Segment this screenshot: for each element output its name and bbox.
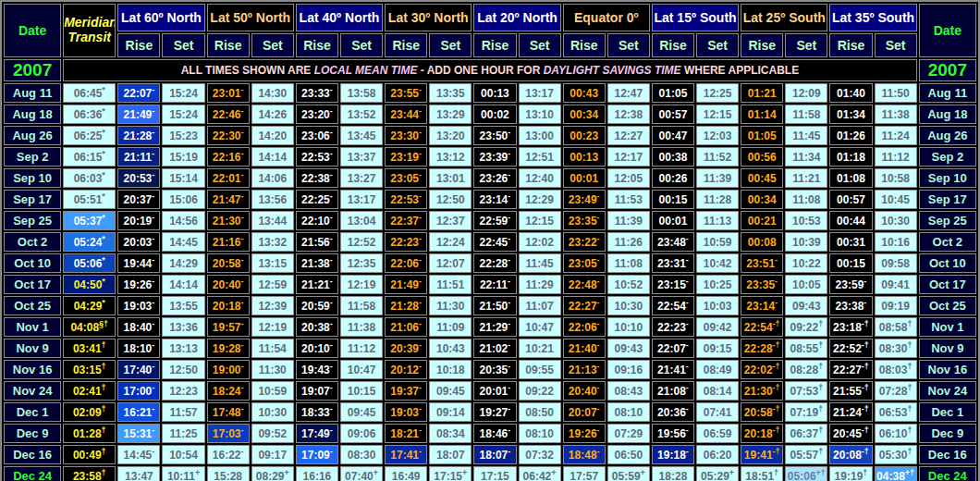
lat25s-set-cell: 06:37† (785, 424, 827, 443)
lat20n-set-cell: 13:00 (519, 126, 561, 145)
date-cell-left: Nov 16 (4, 360, 61, 379)
day-offset-marker: - (330, 319, 333, 328)
lat50n-rise-cell: 21:16- (207, 232, 250, 252)
lat25s-rise-cell: 00:45 (741, 168, 783, 188)
lat40n-rise-cell: 22:53- (296, 147, 338, 166)
meridian-transit-cell: 05:51* (63, 190, 116, 209)
lat60n-rise-cell: 19:26- (117, 275, 160, 294)
lat35s-set-cell: 08:30† (875, 339, 917, 358)
lat30n-set-cell: 10:43 (429, 339, 472, 358)
day-offset-marker: † (818, 383, 823, 392)
lat60n-set-cell: 15:06 (162, 190, 204, 209)
meridian-transit-cell: 06:36* (63, 105, 116, 124)
lat20n-rise-cell: 17:15 (473, 466, 516, 481)
lat25s-set-cell: 07:19† (785, 402, 827, 422)
day-offset-marker: - (152, 298, 154, 307)
day-offset-marker: - (686, 383, 689, 392)
meridian-transit-cell: 03:41† (63, 339, 116, 358)
lat20n-rise-cell: 23:50- (473, 126, 516, 145)
day-offset-marker: - (152, 170, 154, 179)
lat20n-rise-cell: 18:46- (473, 424, 516, 443)
date-cell-right: Sep 25 (919, 211, 976, 230)
lat35s-set-cell: 10:30 (875, 211, 917, 230)
lat25s-set-cell: 10:39 (785, 232, 827, 252)
lat35s-rise-cell: 22:52-† (829, 339, 872, 358)
lat50n-rise-cell: 15:28 (207, 466, 250, 481)
lat25s-set-cell: 11:45 (785, 126, 827, 145)
equator-rise-cell: 22:48- (563, 275, 606, 294)
date-cell-left: Nov 1 (4, 317, 61, 337)
lat35s-set-cell: 04:38+† (875, 466, 917, 481)
day-offset-marker: - (330, 404, 333, 413)
lat30n-set-cell: 12:37 (429, 211, 472, 230)
lat15s-rise-cell: 00:01 (652, 211, 694, 230)
lat30n-set-cell: 11:30 (429, 296, 472, 315)
day-offset-marker: - (686, 277, 689, 286)
lat15s-rise-cell: 00:26 (652, 168, 694, 188)
lat30n-set-cell: 08:34 (429, 424, 472, 443)
lat60n-rise-cell: 16:21- (117, 402, 160, 422)
equator-rise-cell: 23:05- (563, 253, 606, 273)
lat35s-set-cell: 10:16 (875, 232, 917, 252)
lat50n-set-cell: 08:29+ (251, 466, 294, 481)
lat35s-set-cell: 09:19 (875, 296, 917, 315)
lat25s-rise-cell: 21:30-† (741, 381, 783, 401)
lat25s-set-cell: 11:21 (785, 168, 827, 188)
equator-set-cell: 07:29 (607, 424, 650, 443)
lat15s-rise-cell: 22:54- (652, 296, 694, 315)
day-offset-marker: - (508, 404, 510, 413)
day-offset-marker: + (729, 468, 734, 477)
day-offset-marker: - (508, 128, 510, 137)
date-cell-right: Aug 11 (919, 83, 976, 103)
lat40n-rise-cell: 17:49- (296, 424, 338, 443)
lat35s-rise-cell: 01:18 (829, 147, 872, 166)
day-offset-marker: † (907, 319, 912, 328)
lat15s-set-cell: 09:15 (696, 339, 739, 358)
lat60n-rise-cell: 18:40- (117, 317, 160, 337)
meridian-transit-cell: 02:41† (63, 381, 116, 401)
lat15s-rise-cell: 22:07- (652, 339, 694, 358)
header-date-right: Date (919, 4, 976, 57)
date-cell-right: Sep 2 (919, 147, 976, 166)
day-offset-marker: * (102, 128, 105, 137)
lat40n-set-cell: 09:45 (340, 402, 383, 422)
day-offset-marker: - (419, 298, 422, 307)
lat15s-rise-cell: 23:48- (652, 232, 694, 252)
date-cell-left: Dec 1 (4, 402, 61, 422)
header-row-groups: DateMeridianTransitLat 60º NorthLat 50º … (4, 4, 976, 31)
day-offset-marker: - (330, 234, 333, 243)
day-offset-marker: - (419, 106, 422, 116)
lat40n-set-cell: 13:17 (340, 190, 383, 209)
day-offset-marker: † (774, 468, 778, 477)
meridian-transit-cell: 03:15† (63, 360, 116, 379)
day-offset-marker: -† (773, 362, 780, 371)
header-rise-2: Rise (296, 33, 338, 57)
lat35s-set-cell: 06:53† (875, 402, 917, 422)
header-latitude-group-3: Lat 30º North (385, 4, 472, 31)
meridian-transit-cell: 04:08§† (63, 317, 116, 337)
lat40n-rise-cell: 16:16 (296, 466, 338, 481)
equator-rise-cell: 21:13- (563, 360, 606, 379)
lat35s-set-cell: 11:38 (875, 105, 917, 124)
equator-set-cell: 11:26 (607, 232, 650, 252)
lat35s-rise-cell: 23:59- (829, 275, 872, 294)
day-offset-marker: * (102, 106, 105, 116)
lat20n-rise-cell: 22:11- (473, 275, 516, 294)
day-offset-marker: - (330, 191, 333, 201)
lat60n-rise-cell: 19:03- (117, 296, 160, 315)
data-row: Aug 1106:45*22:07-15:2423:01-14:3023:33-… (4, 83, 976, 103)
lat20n-set-cell: 08:10 (519, 424, 561, 443)
lat25s-set-cell: 11:08 (785, 190, 827, 209)
lat30n-set-cell: 10:18 (429, 360, 472, 379)
data-row: Oct 1704:50*19:26-14:1420:40-12:5921:21-… (4, 275, 976, 294)
day-offset-marker: - (152, 213, 154, 222)
date-cell-left: Nov 9 (4, 339, 61, 358)
lat15s-rise-cell: 19:18- (652, 445, 694, 464)
lat40n-rise-cell: 20:59- (296, 296, 338, 315)
date-cell-right: Oct 25 (919, 296, 976, 315)
day-offset-marker: - (775, 255, 778, 265)
lat25s-set-cell: 10:05 (785, 275, 827, 294)
lat35s-set-cell: 08:58† (875, 317, 917, 337)
day-offset-marker: - (419, 128, 422, 137)
date-cell-right: Oct 10 (919, 253, 976, 273)
